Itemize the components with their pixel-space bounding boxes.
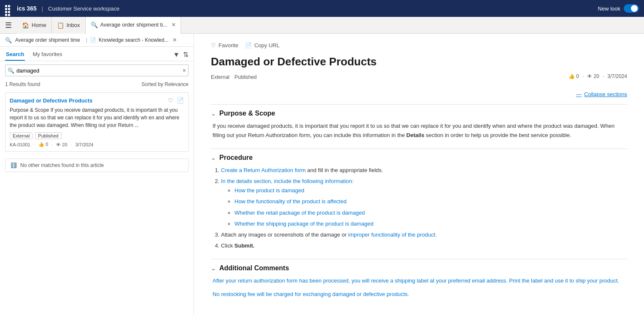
results-count: 1 Results found xyxy=(5,81,40,87)
filter-button[interactable]: ▼ xyxy=(173,51,180,59)
tab-order-shipment[interactable]: 🔍 Average order shipment ti... × xyxy=(86,17,181,34)
article-view-thumbs: 👍 0 xyxy=(569,73,579,79)
article-external-badge: External xyxy=(211,74,229,80)
chevron-down-icon-3: ⌄ xyxy=(211,265,216,272)
search-tab-actions: ▼ ⇅ xyxy=(173,51,189,59)
article-card[interactable]: Damaged or Defective Products ♡ 📄 Purpos… xyxy=(5,92,189,152)
tab-home-label: Home xyxy=(32,22,46,28)
search-input-wrap: 🔍 × xyxy=(5,65,189,76)
section-comments-header[interactable]: ⌄ Additional Comments xyxy=(211,264,627,272)
sub-header: 🔍 Average order shipment time | 📄 Knowle… xyxy=(0,34,194,47)
article-view-views: 👁 20 xyxy=(587,73,599,79)
left-panel: 🔍 Average order shipment time | 📄 Knowle… xyxy=(0,34,194,315)
collapse-sections-button[interactable]: — Collapse sections xyxy=(576,91,627,97)
results-header: 1 Results found Sorted by Relevance xyxy=(0,80,194,89)
article-card-header: Damaged or Defective Products ♡ 📄 xyxy=(10,97,184,104)
hamburger-menu-button[interactable]: ☰ xyxy=(0,17,17,34)
no-matches-notice: ℹ️ No other matches found in this articl… xyxy=(5,159,189,172)
section-purpose-title: Purpose & Scope xyxy=(219,110,275,117)
sub-item-2: How the functionality of the product is … xyxy=(234,197,627,206)
collapse-icon: — xyxy=(576,91,582,97)
workspace-name: Customer Service workspace xyxy=(48,5,119,12)
tab-home[interactable]: 🏠 Home xyxy=(17,17,52,34)
article-copy-button[interactable]: 📄 xyxy=(177,97,184,104)
chevron-down-icon: ⌄ xyxy=(211,110,216,117)
article-view-date: 3/7/2024 xyxy=(607,73,627,79)
search-icon: 🔍 xyxy=(8,67,14,74)
inbox-icon: 📋 xyxy=(57,22,64,29)
section-procedure-header[interactable]: ⌄ Procedure xyxy=(211,154,627,162)
sub-item-3: Whether the retail package of the produc… xyxy=(234,208,627,218)
procedure-step-1: Create a Return Authorization form and f… xyxy=(221,166,627,175)
divider-3 xyxy=(211,259,627,259)
article-badges-row: External Published xyxy=(211,74,257,80)
search-input[interactable] xyxy=(5,65,189,76)
article-thumbs-up: 👍 0 xyxy=(38,142,48,147)
sub-header-close-button[interactable]: × xyxy=(172,36,176,44)
right-panel: ♡ Favorite 📄 Copy URL Damaged or Defecti… xyxy=(194,34,644,315)
search-tab-favorites[interactable]: My favorites xyxy=(32,48,63,61)
sub-item-4: Whether the shipping package of the prod… xyxy=(234,219,627,229)
main-layout: 🔍 Average order shipment time | 📄 Knowle… xyxy=(0,34,644,315)
copy-url-label: Copy URL xyxy=(254,42,280,48)
article-badge-published: Published xyxy=(35,132,61,139)
procedure-step-2: In the details section, include the foll… xyxy=(221,177,627,228)
copy-url-button[interactable]: 📄 Copy URL xyxy=(245,42,280,48)
sub-header-tab-label: Knowledge search - Knowled... xyxy=(99,37,168,43)
search-tab-icon: 🔍 xyxy=(91,22,98,28)
sort-button[interactable]: ⇅ xyxy=(183,51,189,59)
section-procedure: ⌄ Procedure Create a Return Authorizatio… xyxy=(211,154,627,250)
section-procedure-title: Procedure xyxy=(219,154,253,162)
article-id: KA-01001 xyxy=(10,142,30,147)
article-favorite-button[interactable]: ♡ xyxy=(168,97,173,104)
section-procedure-content: Create a Return Authorization form and f… xyxy=(211,166,627,250)
section-purpose: ⌄ Purpose & Scope If you receive damaged… xyxy=(211,110,627,140)
purpose-paragraph: If you receive damaged products, it is i… xyxy=(213,121,627,140)
app-launcher-icon[interactable] xyxy=(5,5,12,12)
new-look-toggle[interactable] xyxy=(624,4,639,13)
comments-paragraph-2: No restocking fee will be charged for ex… xyxy=(213,290,627,299)
collapse-sections-row: — Collapse sections xyxy=(211,91,627,97)
section-comments-content: After your return authorization form has… xyxy=(211,276,627,299)
favorite-button[interactable]: ♡ Favorite xyxy=(211,42,238,48)
heart-icon: ♡ xyxy=(211,42,216,48)
tab-order-shipment-label: Average order shipment ti... xyxy=(100,22,167,28)
search-tabs: Search My favorites ▼ ⇅ xyxy=(0,47,194,61)
search-input-row: 🔍 × xyxy=(0,61,194,80)
article-meta-row: 👍 0 · 👁 20 · 3/7/2024 xyxy=(569,73,627,79)
new-look-label: New look xyxy=(598,5,620,12)
article-published-badge: Published xyxy=(234,74,257,80)
procedure-step-3: Attach any images or screenshots of the … xyxy=(221,230,627,240)
tab-inbox[interactable]: 📋 Inbox xyxy=(52,17,86,34)
section-purpose-content: If you receive damaged products, it is i… xyxy=(211,121,627,140)
sorted-by: Sorted by Relevance xyxy=(142,81,189,87)
comments-paragraph-1: After your return authorization form has… xyxy=(213,276,627,285)
search-clear-button[interactable]: × xyxy=(183,67,186,74)
collapse-label: Collapse sections xyxy=(584,91,627,97)
toggle-knob xyxy=(631,5,638,12)
tab-inbox-label: Inbox xyxy=(67,22,80,28)
procedure-step-4: Click Submit. xyxy=(221,241,627,250)
article-badge-external: External xyxy=(10,132,32,139)
divider-1 xyxy=(211,104,627,105)
suite-name: ics 365 xyxy=(17,5,37,12)
sub-header-search-icon: 🔍 xyxy=(5,37,12,43)
top-bar-right: New look xyxy=(598,4,639,13)
article-main-title: Damaged or Defective Products xyxy=(211,55,627,68)
no-matches-text: No other matches found in this article xyxy=(20,162,104,168)
section-comments: ⌄ Additional Comments After your return … xyxy=(211,264,627,299)
sub-item-1: How the product is damaged xyxy=(234,186,627,195)
home-icon: 🏠 xyxy=(22,22,29,29)
search-tab-search[interactable]: Search xyxy=(5,48,25,61)
article-meta: KA-01001 · 👍 0 · 👁 20 · 3/7/2024 xyxy=(10,142,184,147)
article-preview: Purpose & Scope If you receive damaged p… xyxy=(10,106,184,129)
section-purpose-header[interactable]: ⌄ Purpose & Scope xyxy=(211,110,627,117)
section-comments-title: Additional Comments xyxy=(219,264,289,272)
article-action-bar: ♡ Favorite 📄 Copy URL xyxy=(211,42,627,48)
sub-header-breadcrumb: Average order shipment time xyxy=(15,37,80,43)
sub-header-tab: | 📄 Knowledge search - Knowled... × xyxy=(86,36,177,44)
tab-order-shipment-close[interactable]: × xyxy=(172,21,175,29)
article-date: 3/7/2024 xyxy=(75,142,94,147)
article-views: 👁 20 xyxy=(56,142,67,147)
copy-url-icon: 📄 xyxy=(245,42,252,48)
